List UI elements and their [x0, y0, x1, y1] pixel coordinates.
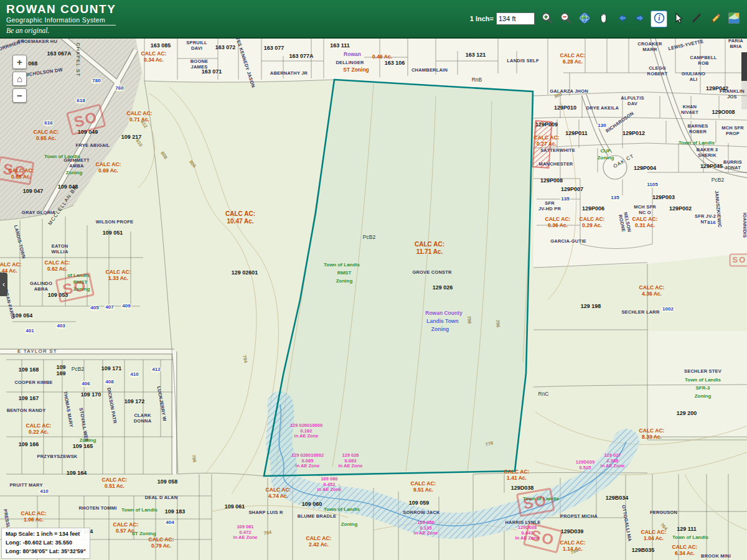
red-stamp-hatch [532, 121, 552, 168]
zoom-out-button[interactable] [557, 11, 574, 27]
map-home-button[interactable]: ⌂ [12, 72, 27, 86]
logo-title: ROWAN COUNTY [6, 3, 116, 15]
map-scale-box: Map Scale: 1 inch = 134 feet Long: -80.6… [1, 528, 90, 559]
map-nav-controls: + ⌂ − [12, 55, 27, 103]
map-viewport[interactable]: SHOEMAKER HUCORRIHER TNICHOLSON DWCHAPEL… [0, 39, 747, 560]
pointer-button[interactable] [669, 11, 686, 27]
map-zoom-out-button[interactable]: − [12, 88, 27, 103]
logo-subtitle: Geographic Information System [6, 15, 116, 26]
measure-icon [690, 12, 703, 26]
scale-entry: 1 Inch= [470, 12, 535, 25]
sidebar-collapse-tab[interactable]: ‹ [0, 273, 7, 296]
toolbar: i [538, 11, 742, 27]
vertical-scrollbar[interactable] [741, 52, 747, 110]
identify-button[interactable]: i [651, 11, 667, 27]
map-coords-dms: Long: 80°36'05" Lat: 35°32'59" [6, 548, 86, 556]
map-scale-text: Map Scale: 1 inch = 134 feet [6, 530, 86, 539]
pointer-icon [672, 12, 684, 26]
map-canvas [0, 39, 747, 560]
scale-input[interactable] [496, 12, 535, 25]
previous-extent-button[interactable] [613, 11, 630, 27]
zoom-out-icon [560, 12, 572, 26]
draw-button[interactable] [707, 11, 723, 27]
app-header: ROWAN COUNTY Geographic Information Syst… [0, 0, 747, 39]
basemap-icon [728, 12, 740, 26]
pan-button[interactable] [594, 11, 611, 27]
rowan-county-logo: ROWAN COUNTY Geographic Information Syst… [6, 3, 116, 34]
full-extent-button[interactable] [576, 11, 593, 27]
pan-hand-icon [597, 12, 609, 26]
globe-icon [578, 12, 591, 26]
map-coords-decimal: Long: -80.602 Lat: 35.550 [6, 539, 86, 548]
zoom-in-button[interactable] [538, 11, 555, 27]
logo-tagline: Be an original. [6, 27, 116, 34]
pencil-icon [709, 12, 721, 26]
scale-label: 1 Inch= [470, 15, 494, 22]
scrollbar-thumb[interactable] [741, 52, 747, 81]
zoom-in-icon [541, 12, 553, 26]
next-extent-button[interactable] [632, 11, 649, 27]
arrow-left-icon [616, 12, 628, 26]
map-zoom-in-button[interactable]: + [12, 55, 27, 69]
cul-de-sac [603, 156, 627, 179]
arrow-right-icon [634, 12, 647, 26]
info-icon: i [653, 12, 665, 26]
basemap-button[interactable] [725, 11, 742, 27]
measure-button[interactable] [688, 11, 705, 27]
